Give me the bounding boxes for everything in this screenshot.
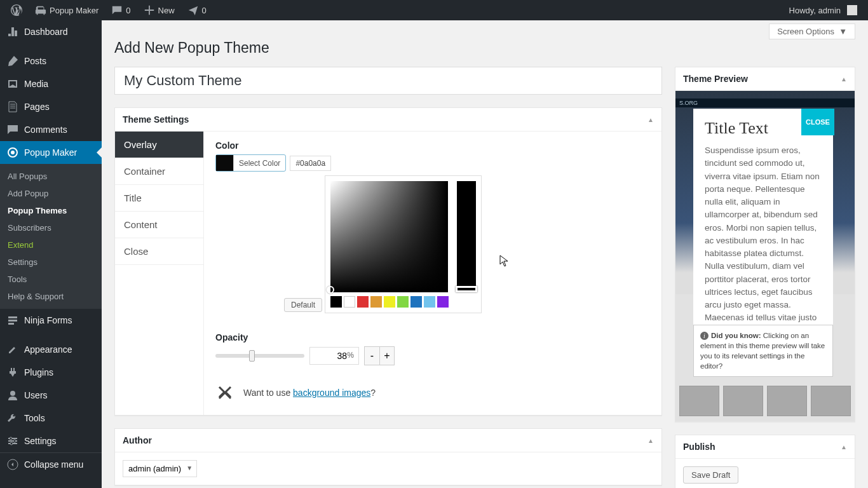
settings-tabs: Overlay Container Title Content Close bbox=[115, 132, 204, 415]
publish-box: Publish ▲ Save Draft bbox=[675, 435, 855, 488]
author-select[interactable]: admin (admin) bbox=[123, 460, 197, 477]
svg-rect-4 bbox=[8, 323, 14, 325]
screen-options-button[interactable]: Screen Options ▼ bbox=[769, 24, 855, 39]
opacity-label: Opacity bbox=[215, 332, 650, 342]
content-area: Screen Options ▼ Add New Popup Theme The… bbox=[102, 20, 868, 488]
toggle-icon[interactable]: ▲ bbox=[648, 437, 654, 444]
hue-handle[interactable] bbox=[456, 286, 477, 292]
menu-settings[interactable]: Settings bbox=[0, 430, 102, 452]
theme-settings-box: Theme Settings ▲ Overlay Container Title… bbox=[114, 107, 662, 416]
hex-display: #0a0a0a bbox=[290, 156, 331, 171]
saturation-area[interactable] bbox=[330, 181, 448, 292]
opacity-increase[interactable]: + bbox=[379, 346, 395, 365]
swatch-8224e3[interactable] bbox=[437, 296, 449, 308]
sub-settings[interactable]: Settings bbox=[0, 254, 102, 271]
menu-posts[interactable]: Posts bbox=[0, 50, 102, 72]
preset-swatches bbox=[330, 296, 448, 308]
toggle-icon[interactable]: ▲ bbox=[648, 116, 654, 123]
svg-point-9 bbox=[10, 437, 12, 440]
theme-preview-box: Theme Preview ▲ S.ORG CLOSE Title Text S… bbox=[675, 67, 855, 422]
color-swatch-preview bbox=[216, 155, 234, 171]
new-link[interactable]: New bbox=[138, 0, 180, 20]
swatch-1e73be[interactable] bbox=[410, 296, 422, 308]
save-draft-button[interactable]: Save Draft bbox=[683, 466, 738, 484]
theme-title-input[interactable] bbox=[114, 67, 662, 95]
avatar bbox=[847, 5, 857, 15]
menu-appearance[interactable]: Appearance bbox=[0, 338, 102, 361]
svg-point-1 bbox=[11, 151, 15, 154]
plane-link[interactable]: 0 bbox=[182, 0, 212, 20]
author-heading: Author bbox=[123, 435, 152, 445]
admin-bar: Popup Maker 0 New 0 Howdy, admin bbox=[0, 0, 868, 20]
preview-heading: Theme Preview bbox=[683, 74, 748, 84]
preview-close-button[interactable]: CLOSE bbox=[801, 109, 834, 135]
saturation-handle[interactable] bbox=[327, 286, 334, 294]
submenu-popup-maker: All Popups Add Popup Popup Themes Subscr… bbox=[0, 164, 102, 309]
sub-all-popups[interactable]: All Popups bbox=[0, 168, 102, 185]
menu-ninja-forms[interactable]: Ninja Forms bbox=[0, 309, 102, 332]
swatch-dd9933[interactable] bbox=[370, 296, 382, 308]
menu-comments[interactable]: Comments bbox=[0, 118, 102, 141]
info-icon: i bbox=[700, 332, 709, 340]
hint-text: Want to use background images? bbox=[243, 388, 376, 398]
menu-plugins[interactable]: Plugins bbox=[0, 361, 102, 384]
color-picker bbox=[325, 175, 482, 313]
default-color-button[interactable]: Default bbox=[284, 298, 322, 312]
sub-add-popup[interactable]: Add Popup bbox=[0, 185, 102, 202]
select-color-button[interactable]: Select Color bbox=[215, 154, 286, 172]
svg-point-10 bbox=[13, 440, 16, 442]
tab-title[interactable]: Title bbox=[115, 185, 203, 212]
publish-heading: Publish bbox=[683, 442, 715, 452]
did-you-know: iDid you know: Clicking on an element in… bbox=[693, 325, 833, 377]
tab-close[interactable]: Close bbox=[115, 238, 203, 265]
swatch-72c3ed[interactable] bbox=[424, 296, 435, 308]
menu-dashboard[interactable]: Dashboard bbox=[0, 20, 102, 43]
sub-popup-themes[interactable]: Popup Themes bbox=[0, 202, 102, 219]
menu-popup-maker[interactable]: Popup Maker bbox=[0, 141, 102, 164]
tab-content[interactable]: Content bbox=[115, 212, 203, 238]
swatch-dd3333[interactable] bbox=[357, 296, 369, 308]
hint-icon bbox=[215, 383, 234, 402]
sub-subscribers[interactable]: Subscribers bbox=[0, 219, 102, 236]
svg-point-11 bbox=[10, 442, 13, 445]
swatch-81d742[interactable] bbox=[397, 296, 409, 308]
swatch-eeee22[interactable] bbox=[384, 296, 395, 308]
toggle-icon[interactable]: ▲ bbox=[841, 444, 847, 451]
tab-container[interactable]: Container bbox=[115, 158, 203, 185]
sub-tools[interactable]: Tools bbox=[0, 271, 102, 288]
theme-settings-heading: Theme Settings bbox=[123, 114, 189, 125]
hue-bar[interactable] bbox=[457, 181, 476, 292]
toggle-icon[interactable]: ▲ bbox=[841, 76, 847, 83]
opacity-decrease[interactable]: - bbox=[364, 346, 379, 365]
howdy-link[interactable]: Howdy, admin bbox=[783, 0, 863, 20]
tab-overlay[interactable]: Overlay bbox=[115, 132, 203, 158]
menu-users[interactable]: Users bbox=[0, 384, 102, 407]
slider-handle[interactable] bbox=[249, 350, 255, 362]
swatch-ffffff[interactable] bbox=[344, 296, 355, 308]
admin-sidebar: Dashboard Posts Media Pages Comments Pop… bbox=[0, 20, 102, 488]
sub-extend[interactable]: Extend bbox=[0, 236, 102, 254]
menu-tools[interactable]: Tools bbox=[0, 407, 102, 430]
page-title: Add New Popup Theme bbox=[114, 39, 855, 57]
svg-rect-2 bbox=[8, 316, 17, 318]
color-label: Color bbox=[215, 140, 650, 151]
wp-logo[interactable] bbox=[5, 0, 28, 20]
opacity-input[interactable] bbox=[309, 347, 359, 365]
sub-help[interactable]: Help & Support bbox=[0, 288, 102, 305]
preview-canvas: S.ORG CLOSE Title Text Suspendisse ipsum… bbox=[675, 91, 855, 421]
menu-pages[interactable]: Pages bbox=[0, 95, 102, 118]
author-box: Author ▲ admin (admin) bbox=[114, 428, 662, 485]
menu-media[interactable]: Media bbox=[0, 72, 102, 95]
preview-body-text: Suspendisse ipsum eros, tincidunt sed co… bbox=[705, 144, 822, 350]
bg-images-link[interactable]: background images bbox=[293, 388, 370, 398]
collapse-menu[interactable]: Collapse menu bbox=[0, 452, 102, 476]
swatch-000000[interactable] bbox=[330, 296, 342, 308]
svg-rect-3 bbox=[8, 320, 17, 322]
svg-point-5 bbox=[10, 391, 15, 396]
site-link[interactable]: Popup Maker bbox=[29, 0, 104, 20]
comments-link[interactable]: 0 bbox=[105, 0, 136, 20]
opacity-slider[interactable] bbox=[215, 354, 304, 358]
